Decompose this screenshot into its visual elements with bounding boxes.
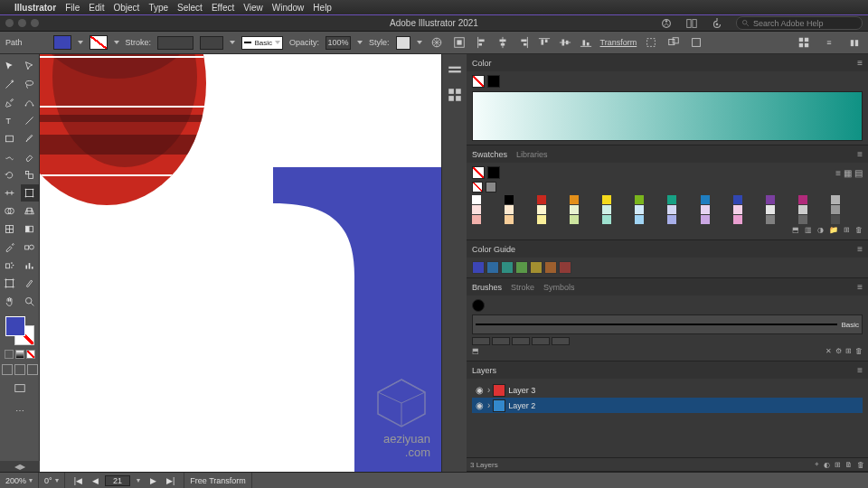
brushes-tab[interactable]: Brushes — [472, 283, 502, 292]
brush-options-icon[interactable]: ⚙ — [835, 347, 842, 355]
rotate-tool[interactable] — [1, 166, 19, 183]
next-artboard-icon[interactable]: ▶ — [146, 476, 160, 485]
new-sublayer-icon[interactable]: ⊞ — [835, 461, 841, 469]
guide-swatch[interactable] — [559, 261, 571, 274]
swatch-cell[interactable] — [831, 195, 840, 204]
swatch-cell[interactable] — [798, 205, 807, 214]
panel-options-icon[interactable]: ▮▮ — [846, 34, 863, 51]
swatch-cell[interactable] — [537, 205, 546, 214]
swatch-kind-icon[interactable]: ▥ — [805, 226, 812, 234]
gradient-tool[interactable] — [21, 221, 39, 238]
toolbox-collapse-icon[interactable]: ◀▶ — [0, 461, 40, 472]
swatch-registration[interactable] — [486, 182, 496, 192]
align-top-icon[interactable] — [536, 34, 552, 51]
swatch-cell[interactable] — [667, 195, 676, 204]
edit-toolbar-icon[interactable]: ⋯ — [12, 402, 28, 418]
menu-edit[interactable]: Edit — [89, 3, 104, 13]
fill-indicator[interactable] — [5, 316, 25, 336]
guide-swatch[interactable] — [515, 261, 528, 274]
swatch-cell[interactable] — [570, 205, 579, 214]
align-to-icon[interactable] — [451, 34, 467, 51]
swatches-tab[interactable]: Swatches — [472, 150, 507, 159]
swatch-options-icon[interactable]: ◑ — [817, 226, 824, 234]
rectangle-tool[interactable] — [1, 130, 19, 147]
swatch-cell[interactable] — [570, 215, 579, 224]
direct-selection-tool[interactable] — [21, 58, 39, 75]
pen-tool[interactable] — [1, 94, 19, 111]
swatch-cell[interactable] — [766, 195, 775, 204]
menu-select[interactable]: Select — [177, 3, 203, 13]
stroke-variable-width-input[interactable] — [200, 36, 223, 50]
guide-swatch[interactable] — [544, 261, 557, 274]
artboard-tool[interactable] — [1, 275, 19, 292]
stroke-tab[interactable]: Stroke — [511, 283, 534, 292]
draw-normal-icon[interactable] — [2, 364, 13, 375]
libraries-panel-icon[interactable] — [447, 87, 463, 103]
swatch-cell[interactable] — [472, 215, 481, 224]
swatch-none[interactable] — [472, 182, 483, 192]
new-group-icon[interactable]: 📁 — [829, 226, 838, 234]
make-clipping-mask-icon[interactable]: ◐ — [824, 461, 830, 469]
layer-name[interactable]: Layer 2 — [508, 401, 535, 410]
swatch-cell[interactable] — [602, 215, 611, 224]
swatch-cell[interactable] — [831, 205, 840, 214]
shaper-tool[interactable] — [1, 148, 19, 165]
symbols-tab[interactable]: Symbols — [543, 283, 575, 292]
transform-link[interactable]: Transform — [600, 38, 637, 47]
swatch-cell[interactable] — [505, 215, 514, 224]
guide-swatch[interactable] — [486, 261, 499, 274]
window-controls[interactable] — [5, 19, 39, 27]
swatch-cell[interactable] — [472, 195, 481, 204]
chevron-down-icon[interactable] — [357, 41, 363, 44]
zoom-tool[interactable] — [21, 293, 39, 310]
selection-tool[interactable] — [1, 58, 19, 75]
chevron-down-icon[interactable] — [230, 41, 235, 44]
stroke-color-swatch[interactable] — [90, 35, 108, 50]
guide-swatch[interactable] — [501, 261, 514, 274]
color-spectrum[interactable] — [472, 91, 863, 141]
layer-row[interactable]: ◉ › Layer 3 — [472, 382, 863, 398]
draw-inside-icon[interactable] — [27, 364, 38, 375]
swatch-cell[interactable] — [505, 195, 514, 204]
opacity-input[interactable]: 100% — [326, 36, 351, 50]
isolate-group-icon[interactable] — [688, 34, 704, 51]
color-black-swatch[interactable] — [487, 75, 500, 88]
new-swatch-icon[interactable]: ⊞ — [844, 226, 850, 234]
cloud-sync-icon[interactable] — [660, 17, 673, 30]
align-left-icon[interactable] — [474, 34, 490, 51]
delete-layer-icon[interactable]: 🗑 — [857, 461, 864, 469]
swatch-cell[interactable] — [733, 205, 742, 214]
align-hcenter-icon[interactable] — [495, 34, 511, 51]
arrange-documents-icon[interactable] — [685, 17, 698, 30]
new-layer-icon[interactable]: 🗎 — [845, 461, 853, 469]
stroke-weight-input[interactable] — [157, 36, 193, 50]
menu-view[interactable]: View — [243, 3, 263, 13]
swatch-view-grid-icon[interactable]: ▦ — [844, 168, 852, 178]
essentials-switch-icon[interactable] — [796, 34, 812, 51]
last-artboard-icon[interactable]: ▶| — [163, 476, 178, 485]
none-mode-icon[interactable] — [26, 350, 35, 359]
delete-swatch-icon[interactable]: 🗑 — [855, 226, 863, 234]
panel-menu-icon[interactable]: ≡ — [821, 34, 837, 51]
artboard-nav[interactable]: |◀ ◀ 21 ▾ ▶ ▶| — [65, 473, 185, 488]
scale-tool[interactable] — [21, 166, 39, 183]
menu-file[interactable]: File — [65, 3, 80, 13]
swatch-cell[interactable] — [798, 215, 807, 224]
brush-shape-1[interactable] — [472, 337, 490, 345]
width-tool[interactable] — [1, 184, 19, 202]
screen-mode-icon[interactable] — [12, 380, 28, 397]
swatch-cell[interactable] — [537, 215, 546, 224]
menu-type[interactable]: Type — [148, 3, 168, 13]
lasso-tool[interactable] — [21, 76, 39, 93]
gpu-preview-icon[interactable] — [711, 17, 723, 30]
brush-shape-2[interactable] — [492, 337, 510, 345]
perspective-grid-tool[interactable] — [21, 202, 39, 220]
locate-layer-icon[interactable]: ⌖ — [815, 460, 819, 469]
menu-illustrator[interactable]: Illustrator — [14, 3, 56, 13]
column-graph-tool[interactable] — [21, 257, 39, 274]
guide-swatch[interactable] — [472, 261, 485, 274]
swatch-cell[interactable] — [733, 195, 742, 204]
swatch-libraries-icon[interactable]: ⬒ — [792, 226, 799, 234]
swatch-cell[interactable] — [635, 195, 644, 204]
recolor-artwork-icon[interactable] — [429, 34, 445, 51]
